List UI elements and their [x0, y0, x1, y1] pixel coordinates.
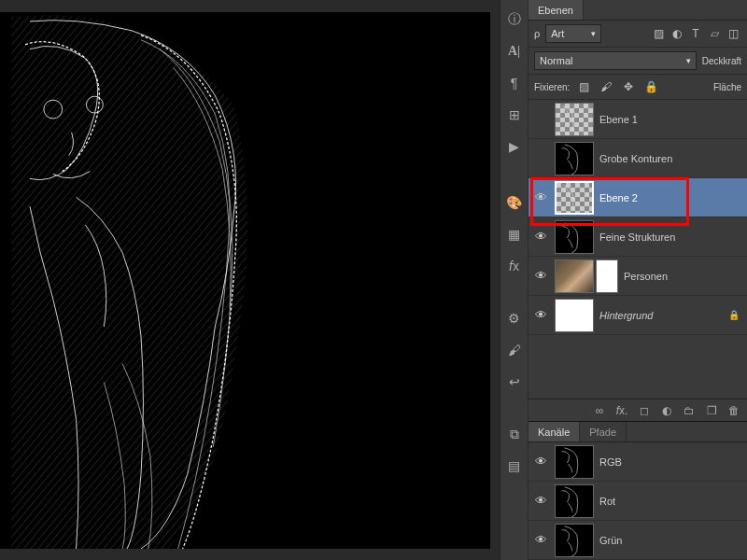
- layer-name[interactable]: Grobe Konturen: [599, 153, 743, 164]
- swatches-icon[interactable]: ▦: [504, 224, 525, 245]
- layer-mask-thumbnail[interactable]: [596, 259, 618, 293]
- delete-layer-icon[interactable]: 🗑: [726, 404, 741, 417]
- layer-name[interactable]: Feine Strukturen: [599, 231, 743, 243]
- layer-name[interactable]: Ebene 2: [599, 192, 743, 203]
- layer-thumbnail[interactable]: [555, 220, 594, 254]
- link-layers-icon[interactable]: ∞: [592, 404, 607, 417]
- svg-rect-7: [556, 485, 593, 517]
- channel-row-0[interactable]: 👁RGB: [529, 442, 747, 482]
- layer-name[interactable]: Ebene 1: [599, 114, 743, 125]
- fill-label: Fläche: [713, 82, 741, 92]
- layer-row-1[interactable]: Grobe Konturen: [529, 139, 747, 178]
- channel-list: 👁RGB👁Rot👁Grün: [529, 442, 747, 560]
- channel-thumbnail[interactable]: [555, 524, 594, 557]
- clone-icon[interactable]: ⧉: [504, 424, 525, 444]
- adjustments-icon[interactable]: ⚙: [504, 308, 525, 329]
- channel-name: Rot: [599, 496, 743, 507]
- tab-layers[interactable]: Ebenen: [529, 0, 584, 20]
- layer-kind-dropdown[interactable]: Art: [545, 24, 601, 43]
- filter-smart-icon[interactable]: ◫: [725, 25, 741, 42]
- layers-tab-row: Ebenen: [529, 0, 747, 21]
- paragraph-icon[interactable]: ¶: [504, 73, 525, 93]
- layer-thumb-wrap: [555, 181, 594, 215]
- lock-move-icon[interactable]: ✥: [620, 78, 637, 95]
- filter-pixel-icon[interactable]: ▨: [650, 25, 667, 42]
- mask-icon[interactable]: ◻: [637, 404, 652, 417]
- layer-thumb-wrap: [555, 259, 618, 293]
- channel-row-1[interactable]: 👁Rot: [529, 482, 747, 521]
- visibility-toggle[interactable]: 👁: [532, 269, 549, 283]
- channel-thumbnail[interactable]: [555, 484, 594, 518]
- visibility-toggle[interactable]: 👁: [532, 230, 549, 244]
- layers-panel-footer: ∞ fx. ◻ ◐ 🗀 ❐ 🗑: [529, 399, 747, 421]
- lock-label: Fixieren:: [534, 82, 570, 92]
- lock-paint-icon[interactable]: 🖌: [598, 78, 614, 95]
- visibility-toggle[interactable]: 👁: [532, 190, 549, 204]
- layer-row-4[interactable]: 👁Personen: [529, 257, 747, 296]
- layer-name[interactable]: Personen: [624, 271, 743, 282]
- layer-row-2[interactable]: 👁Ebene 2: [529, 178, 747, 217]
- svg-rect-8: [556, 525, 593, 556]
- layer-thumb-wrap: [555, 142, 594, 175]
- lock-all-icon[interactable]: 🔒: [642, 78, 659, 95]
- styles-icon[interactable]: fx: [504, 256, 525, 276]
- layer-row-5[interactable]: 👁Hintergrund🔒: [529, 296, 747, 335]
- tab-paths[interactable]: Pfade: [580, 422, 627, 441]
- layer-row-3[interactable]: 👁Feine Strukturen: [529, 217, 747, 257]
- character-icon[interactable]: A|: [504, 41, 525, 62]
- layer-kind-row: ρ Art ▨ ◐ T ▱ ◫: [529, 21, 747, 48]
- layer-thumbnail[interactable]: [555, 181, 594, 215]
- channels-panel: Kanäle Pfade 👁RGB👁Rot👁Grün: [529, 421, 747, 560]
- play-icon[interactable]: ▶: [504, 136, 525, 157]
- vertical-toolbar: ⓘ A| ¶ ⊞ ▶ 🎨 ▦ fx ⚙ 🖌 ↩ ⧉ ▤: [500, 0, 529, 560]
- history-icon[interactable]: ↩: [504, 371, 525, 392]
- svg-rect-4: [556, 143, 593, 175]
- tab-channels[interactable]: Kanäle: [529, 422, 580, 441]
- opacity-label: Deckkraft: [702, 56, 741, 66]
- color-icon[interactable]: 🎨: [504, 192, 525, 213]
- adjustment-layer-icon[interactable]: ◐: [659, 404, 674, 417]
- document-canvas[interactable]: [0, 12, 490, 549]
- canvas-area: [0, 0, 500, 560]
- info-icon[interactable]: ⓘ: [504, 9, 525, 30]
- layer-list: Ebene 1Grobe Konturen👁Ebene 2👁Feine Stru…: [529, 100, 747, 399]
- blend-mode-dropdown[interactable]: Normal: [534, 51, 697, 70]
- channel-name: Grün: [599, 535, 743, 546]
- channel-visibility-toggle[interactable]: 👁: [532, 455, 549, 469]
- layer-thumb-wrap: [555, 220, 594, 254]
- filter-type-icon[interactable]: T: [687, 25, 704, 42]
- channel-visibility-toggle[interactable]: 👁: [532, 494, 549, 508]
- properties-icon[interactable]: ▤: [504, 455, 525, 476]
- new-folder-icon[interactable]: 🗀: [682, 404, 697, 417]
- filter-adjust-icon[interactable]: ◐: [669, 25, 685, 42]
- lock-row: Fixieren: ▨ 🖌 ✥ 🔒 Fläche: [529, 75, 747, 100]
- channels-tab-row: Kanäle Pfade: [529, 422, 747, 442]
- visibility-toggle[interactable]: 👁: [532, 308, 549, 322]
- layer-thumb-wrap: [555, 103, 594, 136]
- layer-thumbnail[interactable]: [555, 142, 594, 175]
- layer-thumbnail[interactable]: [555, 103, 594, 136]
- channel-row-2[interactable]: 👁Grün: [529, 521, 747, 560]
- brush-icon[interactable]: 🖌: [504, 340, 525, 360]
- layer-thumb-wrap: [555, 299, 594, 332]
- lock-transparency-icon[interactable]: ▨: [575, 78, 592, 95]
- layer-thumbnail[interactable]: [555, 259, 594, 293]
- fx-icon[interactable]: fx.: [614, 404, 629, 417]
- blend-mode-row: Normal Deckkraft: [529, 48, 747, 75]
- layer-name[interactable]: Hintergrund: [599, 310, 723, 321]
- navigator-icon[interactable]: ⊞: [504, 105, 525, 125]
- svg-rect-5: [556, 221, 593, 253]
- channel-thumbnail[interactable]: [555, 445, 594, 479]
- svg-rect-6: [556, 446, 593, 478]
- right-dock: ⓘ A| ¶ ⊞ ▶ 🎨 ▦ fx ⚙ 🖌 ↩ ⧉ ▤ Ebenen ρ Art…: [500, 0, 747, 560]
- layer-thumbnail[interactable]: [555, 299, 594, 332]
- lock-icon: 🔒: [728, 310, 740, 321]
- canvas-image: [0, 12, 490, 549]
- panels-column: Ebenen ρ Art ▨ ◐ T ▱ ◫ Normal Deckkraft …: [529, 0, 747, 560]
- layer-row-0[interactable]: Ebene 1: [529, 100, 747, 139]
- channel-name: RGB: [599, 456, 743, 468]
- channel-visibility-toggle[interactable]: 👁: [532, 533, 549, 547]
- filter-shape-icon[interactable]: ▱: [706, 25, 723, 42]
- new-layer-icon[interactable]: ❐: [704, 404, 719, 417]
